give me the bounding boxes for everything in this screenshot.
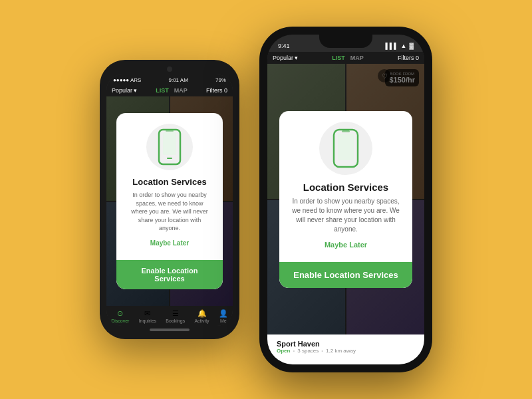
phone2-status-icons: ▌▌▌ ▲ ▓ xyxy=(385,43,414,49)
tab-inquiries[interactable]: ✉ Inquiries xyxy=(139,309,156,323)
phone2-notch xyxy=(319,35,372,48)
phone1-bg-content: Location Services In order to show you n… xyxy=(106,96,233,306)
phone1-nav-tabs: LIST MAP xyxy=(156,87,188,94)
phone1-popular-label: Popular xyxy=(112,87,132,94)
phone1-carrier: ●●●●● ARS xyxy=(113,77,141,83)
signal-icon: ▌▌▌ xyxy=(385,43,398,49)
phones-container: ●●●●● ARS 9:01 AM 79% Popular ▾ LIST MAP… xyxy=(86,13,446,386)
phone1-filters-count: 0 xyxy=(224,87,227,94)
tab-bookings-label: Bookings xyxy=(166,319,185,323)
phone2-filters[interactable]: Filters 0 xyxy=(398,55,419,61)
phone2-modal-overlay: Location Services In order to show you n… xyxy=(267,64,424,334)
phone1-enable-location-btn[interactable]: Enable Location Services xyxy=(116,260,223,289)
phone1-popular-dropdown[interactable]: Popular ▾ xyxy=(112,87,137,94)
tab-discover-label: Discover xyxy=(111,319,129,323)
phone2-bottom-card: Sport Haven Open • 3 spaces • 1.2 km awa… xyxy=(267,334,424,364)
phone2-nav-tabs: LIST MAP xyxy=(332,55,364,61)
tab-bookings[interactable]: ☰ Bookings xyxy=(166,309,185,323)
battery-icon: ▓ xyxy=(409,43,414,49)
phone1-screen: ●●●●● ARS 9:01 AM 79% Popular ▾ LIST MAP… xyxy=(106,74,233,326)
venue-name: Sport Haven xyxy=(277,340,415,348)
tab-activity[interactable]: 🔔 Activity xyxy=(194,309,209,323)
discover-icon: ⊙ xyxy=(117,309,123,318)
tab-discover[interactable]: ⊙ Discover xyxy=(111,309,129,323)
bookings-icon: ☰ xyxy=(172,309,179,318)
me-icon: 👤 xyxy=(219,309,228,318)
tab-me-label: Me xyxy=(220,319,227,323)
venue-distance: 1.2 km away xyxy=(326,348,356,354)
sep-2: • xyxy=(321,348,323,354)
phone2-filters-label: Filters xyxy=(398,55,414,61)
phone2-screen: 9:41 ▌▌▌ ▲ ▓ Popular ▾ LIST MAP Fil xyxy=(267,35,424,364)
phone1-map-tab[interactable]: MAP xyxy=(174,87,188,94)
phone1-nav-bar: Popular ▾ LIST MAP Filters 0 xyxy=(106,84,233,96)
svg-rect-2 xyxy=(167,158,172,159)
wifi-icon: ▲ xyxy=(401,43,407,49)
tab-me[interactable]: 👤 Me xyxy=(219,309,228,323)
phone2-enable-location-btn[interactable]: Enable Location Services xyxy=(279,262,412,288)
phone1-tab-bar: ⊙ Discover ✉ Inquiries ☰ Bookings 🔔 Acti… xyxy=(106,306,233,326)
inquiries-icon: ✉ xyxy=(144,309,150,318)
phone1-modal-description: In order to show you nearby spaces, we n… xyxy=(127,191,212,233)
chevron-down-icon: ▾ xyxy=(134,87,137,94)
phone2-modal-card: Location Services In order to show you n… xyxy=(279,111,412,288)
phone1-home-indicator xyxy=(150,329,190,331)
svg-rect-3 xyxy=(166,130,174,132)
tab-inquiries-label: Inquiries xyxy=(139,319,156,323)
sep-1: • xyxy=(293,348,295,354)
phone2-filters-count: 0 xyxy=(416,55,419,61)
phone1-modal-card: Location Services In order to show you n… xyxy=(116,113,223,289)
phone2-bg-content: BOOK FROM $150/hr ♡ xyxy=(267,64,424,334)
phone1-filters[interactable]: Filters 0 xyxy=(206,87,227,94)
phone-illustration-icon xyxy=(158,128,182,166)
phone1-time: 9:01 AM xyxy=(169,77,188,83)
venue-open-status: Open xyxy=(277,348,290,354)
phone2-modal-description: In order to show you nearby spaces, we n… xyxy=(290,197,402,234)
phone1-status-bar: ●●●●● ARS 9:01 AM 79% xyxy=(106,74,233,84)
svg-rect-1 xyxy=(163,132,176,155)
phone-2: 9:41 ▌▌▌ ▲ ▓ Popular ▾ LIST MAP Fil xyxy=(259,27,432,372)
tab-activity-label: Activity xyxy=(194,319,209,323)
phone1-modal-inner: Location Services In order to show you n… xyxy=(116,113,223,260)
phone1-location-icon-container xyxy=(146,124,193,170)
venue-meta: Open • 3 spaces • 1.2 km away xyxy=(277,348,415,354)
activity-icon: 🔔 xyxy=(198,309,207,318)
venue-spaces: 3 spaces xyxy=(297,348,319,354)
phone1-modal-title: Location Services xyxy=(132,177,206,187)
phone2-time: 9:41 xyxy=(278,43,290,49)
phone2-nav-bar: Popular ▾ LIST MAP Filters 0 xyxy=(267,52,424,64)
phone2-popular-dropdown[interactable]: Popular ▾ xyxy=(273,55,298,61)
phone2-popular-label: Popular xyxy=(273,55,293,61)
chevron-down-icon: ▾ xyxy=(295,55,298,61)
phone-1: ●●●●● ARS 9:01 AM 79% Popular ▾ LIST MAP… xyxy=(100,60,239,339)
phone2-maybe-later[interactable]: Maybe Later xyxy=(325,241,367,249)
phone1-list-tab[interactable]: LIST xyxy=(156,87,169,94)
phone1-modal-overlay: Location Services In order to show you n… xyxy=(106,96,233,306)
svg-rect-6 xyxy=(342,130,350,132)
phone-illustration-icon xyxy=(332,128,359,168)
phone1-battery: 79% xyxy=(215,77,226,83)
phone2-modal-inner: Location Services In order to show you n… xyxy=(279,111,412,262)
phone1-camera xyxy=(167,66,172,72)
phone2-list-tab[interactable]: LIST xyxy=(332,55,345,61)
phone1-maybe-later[interactable]: Maybe Later xyxy=(150,239,189,247)
phone1-filters-label: Filters xyxy=(206,87,223,94)
svg-rect-5 xyxy=(338,134,354,160)
phone2-map-tab[interactable]: MAP xyxy=(350,55,364,61)
phone2-location-icon-container xyxy=(319,122,372,175)
phone2-modal-title: Location Services xyxy=(303,182,388,193)
